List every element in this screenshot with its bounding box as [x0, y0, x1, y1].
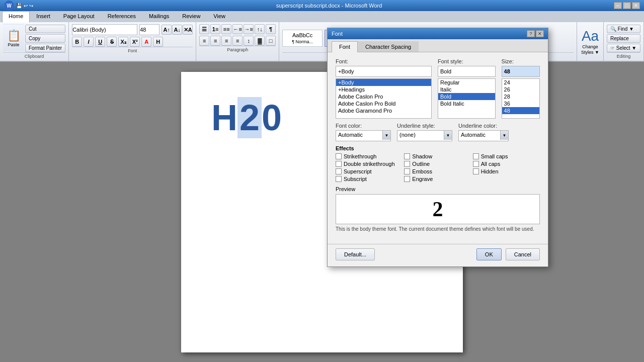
underline-color-label: Underline color:: [458, 123, 509, 129]
outline-checkbox[interactable]: [404, 161, 410, 167]
font-item-body[interactable]: +Body: [336, 79, 431, 86]
strikethrough-label: Strikethrough: [344, 153, 376, 159]
size-item-26[interactable]: 26: [502, 86, 539, 93]
effect-double-strikethrough: Double strikethrough: [336, 161, 403, 167]
superscript-label: Superscript: [344, 168, 372, 174]
font-color-arrow[interactable]: ▼: [382, 131, 390, 140]
underline-style-arrow[interactable]: ▼: [444, 131, 452, 140]
emboss-label: Emboss: [412, 168, 432, 174]
effect-shadow: Shadow: [404, 153, 471, 159]
subscript-label: Subscript: [344, 176, 367, 182]
all-caps-checkbox[interactable]: [473, 161, 479, 167]
effect-subscript: Subscript: [336, 176, 403, 182]
all-caps-label: All caps: [481, 161, 501, 167]
ok-cancel-group: OK Cancel: [476, 248, 540, 260]
size-item-36[interactable]: 36: [502, 100, 539, 107]
color-row: Font color: Automatic ▼ Underline style:…: [336, 123, 540, 141]
font-style-field[interactable]: [438, 66, 496, 77]
cancel-button[interactable]: Cancel: [506, 248, 540, 260]
style-item-bold-italic[interactable]: Bold Italic: [438, 100, 495, 107]
dialog-footer: Default... OK Cancel: [328, 244, 548, 266]
double-strikethrough-label: Double strikethrough: [344, 161, 395, 167]
font-item-headings[interactable]: +Headings: [336, 86, 431, 93]
font-item-caslon[interactable]: Adobe Caslon Pro: [336, 93, 431, 100]
font-dialog: Font ? ✕ Font Character Spacing Font: +B…: [327, 28, 548, 267]
tab-character-spacing[interactable]: Character Spacing: [358, 41, 419, 52]
underline-style-label: Underline style:: [397, 123, 452, 129]
underline-style-group: Underline style: (none) ▼: [397, 123, 452, 141]
preview-label: Preview: [336, 186, 540, 192]
double-strikethrough-checkbox[interactable]: [336, 161, 342, 167]
size-item-48[interactable]: 48: [502, 107, 539, 114]
hidden-checkbox[interactable]: [473, 168, 479, 174]
style-item-bold[interactable]: Bold: [438, 93, 495, 100]
preview-char: 2: [433, 197, 443, 221]
style-item-italic[interactable]: Italic: [438, 86, 495, 93]
shadow-label: Shadow: [412, 153, 432, 159]
shadow-checkbox[interactable]: [404, 153, 410, 159]
preview-description: This is the body theme font. The current…: [336, 226, 540, 232]
dialog-title-bar: Font ? ✕: [328, 28, 548, 39]
size-item-24[interactable]: 24: [502, 79, 539, 86]
style-list[interactable]: Regular Italic Bold Bold Italic: [438, 78, 496, 119]
effects-title: Effects: [336, 145, 540, 151]
preview-box: 2: [336, 194, 540, 224]
effects-grid: Strikethrough Shadow Small caps Double s…: [336, 153, 540, 182]
effect-hidden: Hidden: [473, 168, 540, 174]
font-name-field[interactable]: [336, 66, 432, 77]
effect-small-caps: Small caps: [473, 153, 540, 159]
effect-superscript: Superscript: [336, 168, 403, 174]
effect-outline: Outline: [404, 161, 471, 167]
dialog-overlay: Font ? ✕ Font Character Spacing Font: +B…: [0, 0, 644, 362]
underline-color-group: Underline color: Automatic ▼: [458, 123, 509, 141]
superscript-checkbox[interactable]: [336, 168, 342, 174]
underline-color-arrow[interactable]: ▼: [500, 131, 508, 140]
small-caps-label: Small caps: [481, 153, 508, 159]
ok-button[interactable]: OK: [476, 248, 502, 260]
font-field-label: Font:: [336, 58, 432, 64]
style-item-regular[interactable]: Regular: [438, 79, 495, 86]
hidden-label: Hidden: [481, 168, 499, 174]
dialog-help-button[interactable]: ?: [527, 30, 535, 37]
tab-font[interactable]: Font: [332, 41, 358, 52]
underline-style-dropdown[interactable]: (none) ▼: [397, 130, 452, 141]
engrave-label: Engrave: [412, 176, 433, 182]
font-style-size-row: Font: +Body +Headings Adobe Caslon Pro A…: [336, 58, 540, 119]
effects-section: Effects Strikethrough Shadow Small caps: [336, 145, 540, 182]
dialog-title-controls: ? ✕: [527, 30, 544, 37]
font-list[interactable]: +Body +Headings Adobe Caslon Pro Adobe C…: [336, 78, 432, 119]
default-button[interactable]: Default...: [336, 248, 375, 260]
font-style-label: Font style:: [438, 58, 496, 64]
subscript-checkbox[interactable]: [336, 176, 342, 182]
dialog-title: Font: [332, 31, 343, 37]
dialog-body: Font: +Body +Headings Adobe Caslon Pro A…: [328, 52, 548, 242]
font-color-group: Font color: Automatic ▼: [336, 123, 391, 141]
size-list[interactable]: 24 26 28 36 48: [502, 78, 540, 119]
effect-strikethrough: Strikethrough: [336, 153, 403, 159]
font-color-dropdown[interactable]: Automatic ▼: [336, 130, 391, 141]
effect-emboss: Emboss: [404, 168, 471, 174]
size-field[interactable]: [502, 66, 540, 77]
strikethrough-checkbox[interactable]: [336, 153, 342, 159]
font-color-label: Font color:: [336, 123, 391, 129]
engrave-checkbox[interactable]: [404, 176, 410, 182]
font-field-group: Font: +Body +Headings Adobe Caslon Pro A…: [336, 58, 432, 119]
font-item-garamond[interactable]: Adobe Garamond Pro: [336, 107, 431, 114]
emboss-checkbox[interactable]: [404, 168, 410, 174]
outline-label: Outline: [412, 161, 430, 167]
small-caps-checkbox[interactable]: [473, 153, 479, 159]
font-style-field-group: Font style: Regular Italic Bold Bold Ita…: [438, 58, 496, 119]
size-field-label: Size:: [502, 58, 540, 64]
effect-all-caps: All caps: [473, 161, 540, 167]
effect-engrave: Engrave: [404, 176, 471, 182]
font-size-field-group: Size: 24 26 28 36 48: [502, 58, 540, 119]
preview-section: Preview 2 This is the body theme font. T…: [336, 186, 540, 232]
size-item-28[interactable]: 28: [502, 93, 539, 100]
dialog-tabs: Font Character Spacing: [328, 39, 548, 52]
dialog-close-button[interactable]: ✕: [536, 30, 544, 37]
font-item-caslon-bold[interactable]: Adobe Caslon Pro Bold: [336, 100, 431, 107]
underline-color-dropdown[interactable]: Automatic ▼: [458, 130, 509, 141]
